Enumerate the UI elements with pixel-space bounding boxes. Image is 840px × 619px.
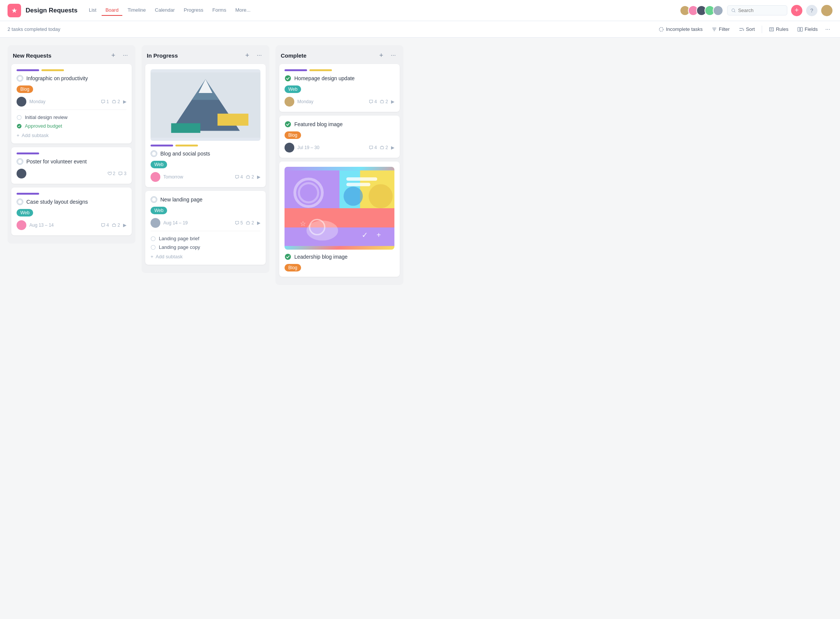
card-badge-web-5[interactable]: Web [151,207,167,214]
comment-icon-5 [235,221,239,225]
tab-more[interactable]: More... [231,5,254,16]
filter-button[interactable]: Filter [708,24,733,34]
tag-purple-2 [17,152,39,154]
card-badge-blog[interactable]: Blog [17,85,33,93]
comment-icon-7 [369,145,373,150]
search-icon [731,8,736,13]
card-date-3: Aug 13 – 14 [29,223,98,228]
stat-comments-7: 4 [369,145,377,150]
column-header-new-requests: New Requests + ··· [8,45,135,64]
svg-rect-36 [380,101,384,103]
help-button[interactable]: ? [806,5,817,16]
column-add-in-progress[interactable]: + [242,50,252,60]
column-title-complete: Complete [281,52,374,59]
stat-arrow-3[interactable]: ▶ [123,223,126,228]
svg-point-47 [344,187,363,206]
stat-arrow-5[interactable]: ▶ [257,220,260,226]
stat-comments-1: 1 [101,99,109,104]
card-case-study: Case study layout designs Web Aug 13 – 1… [11,188,132,235]
add-subtask-button-1[interactable]: + Add subtask [17,133,49,138]
card-stats-4: 4 2 ▶ [235,174,260,180]
task-done-icon-7 [285,121,291,128]
search-bar[interactable] [727,5,787,15]
column-new-requests: New Requests + ··· Infographic on produc… [8,45,135,244]
tag-yellow [41,69,64,71]
svg-rect-28 [247,176,250,178]
add-button[interactable]: + [791,5,802,16]
card-avatar-4 [151,172,160,182]
search-input[interactable] [738,8,783,13]
column-title-in-progress: In Progress [147,52,240,59]
column-add-complete[interactable]: + [376,50,386,60]
subtask-icon-3 [112,223,116,227]
card-badge-web-4[interactable]: Web [151,161,167,168]
card-title-homepage: Homepage design update [285,75,394,82]
stat-subtasks-4: 2 [246,174,254,180]
toolbar-more-button[interactable]: ··· [823,24,832,35]
stat-arrow-6[interactable]: ▶ [391,99,394,104]
card-stats-3: 4 2 ▶ [101,223,126,228]
card-badge-web-6[interactable]: Web [285,85,301,93]
comment-icon [101,99,105,104]
column-more-in-progress[interactable]: ··· [254,50,264,60]
user-avatar[interactable] [821,5,832,16]
card-date-4: Tomorrow [163,174,232,180]
tab-board[interactable]: Board [102,5,122,16]
task-icon-landing [151,196,157,203]
card-date-5: Aug 14 – 19 [163,220,232,226]
subtask-copy: Landing page copy [151,243,260,252]
tab-calendar[interactable]: Calendar [151,5,179,16]
tab-list[interactable]: List [85,5,100,16]
task-circle-icon-5 [151,197,157,203]
svg-text:✓: ✓ [362,231,368,239]
svg-rect-31 [247,222,250,224]
mountain-svg [151,69,260,141]
svg-rect-26 [171,123,201,133]
task-icon-blog [151,150,157,157]
tab-timeline[interactable]: Timeline [124,5,150,16]
tasks-completed-text: 2 tasks completed today [8,26,649,32]
rules-button[interactable]: Rules [765,24,792,34]
svg-rect-45 [346,177,377,181]
card-badge-blog-8[interactable]: Blog [285,264,301,271]
stat-subtasks-7: 2 [380,145,388,150]
card-tags-4 [151,145,260,146]
card-badge-blog-7[interactable]: Blog [285,131,301,139]
subtask-icon-7 [380,145,384,150]
stat-arrow-1[interactable]: ▶ [123,99,126,104]
subtask-icon-6 [380,99,384,104]
card-footer-5: Aug 14 – 19 5 2 ▶ [151,218,260,228]
card-footer-4: Tomorrow 4 2 ▶ [151,172,260,182]
card-stats-5: 5 2 ▶ [235,220,260,226]
card-title-infographic: Infographic on productivity [17,75,126,82]
svg-point-38 [285,121,291,127]
task-done-icon-6 [285,75,291,82]
column-more-new-requests[interactable]: ··· [120,50,130,60]
subtask-approved-budget: Approved budget [17,122,126,130]
card-avatar-6 [285,97,294,107]
card-badge-web[interactable]: Web [17,209,33,216]
stat-arrow-7[interactable]: ▶ [391,145,394,150]
svg-point-52 [307,221,338,240]
incomplete-tasks-button[interactable]: Incomplete tasks [655,24,706,34]
tag-purple [17,69,39,71]
task-done-icon-8 [285,253,291,260]
add-subtask-button-5[interactable]: + Add subtask [151,254,183,259]
subtask-icon-4 [246,175,250,179]
plus-icon: + [17,133,20,138]
tag-purple-4 [151,145,173,146]
column-add-new-requests[interactable]: + [108,50,118,60]
card-footer-7: Jul 19 – 30 4 2 ▶ [285,143,394,152]
svg-point-27 [152,151,156,156]
stat-arrow-4[interactable]: ▶ [257,174,260,180]
card-tags-2 [17,152,126,154]
filter-icon [712,27,717,32]
comment-icon-4 [235,175,239,179]
fields-button[interactable]: Fields [794,24,822,34]
svg-point-17 [18,159,22,163]
subtask-icon [112,99,116,104]
tab-forms[interactable]: Forms [208,5,230,16]
tab-progress[interactable]: Progress [180,5,207,16]
sort-button[interactable]: Sort [735,24,759,34]
column-more-complete[interactable]: ··· [388,50,398,60]
